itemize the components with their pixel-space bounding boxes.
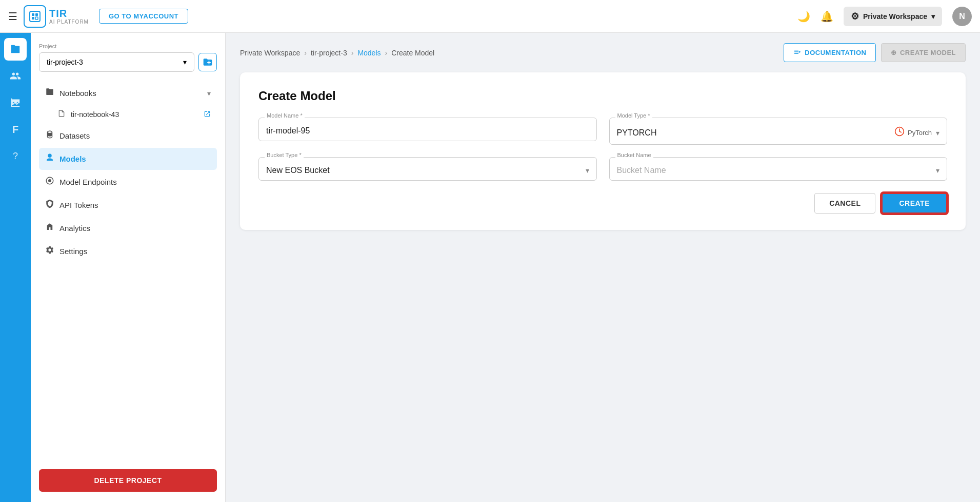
model-endpoints-icon xyxy=(45,176,54,188)
project-chevron-icon: ▾ xyxy=(183,58,187,66)
notebooks-label: Notebooks xyxy=(59,89,96,98)
sidebar-icon-users[interactable] xyxy=(4,65,27,87)
model-name-input[interactable] xyxy=(258,118,597,141)
workspace-connections-icon: ⚙ xyxy=(851,11,859,22)
breadcrumb-sep-3: › xyxy=(385,49,388,57)
documentation-icon xyxy=(793,48,802,57)
avatar[interactable]: N xyxy=(952,7,972,26)
bucket-name-chevron-icon: ▾ xyxy=(936,166,939,175)
model-name-label: Model Name * xyxy=(265,112,305,119)
notification-icon[interactable]: 🔔 xyxy=(821,10,833,23)
form-row-1: Model Name * Model Type * PYTORCH xyxy=(258,118,947,145)
breadcrumb-models[interactable]: Models xyxy=(357,49,381,57)
notebooks-icon xyxy=(45,87,54,99)
svg-rect-1 xyxy=(32,13,34,16)
content-topbar: Private Workspace › tir-project-3 › Mode… xyxy=(240,43,966,62)
model-type-field: Model Type * PYTORCH PyTorch ▾ xyxy=(609,118,948,145)
main-layout: F ? Project tir-project-3 ▾ Notebooks xyxy=(0,33,980,502)
breadcrumb-create-model: Create Model xyxy=(391,49,434,57)
svg-rect-2 xyxy=(35,13,38,16)
dark-mode-icon[interactable]: 🌙 xyxy=(797,10,810,23)
bucket-name-placeholder: Bucket Name xyxy=(617,166,936,175)
datasets-label: Datasets xyxy=(59,131,90,140)
analytics-icon xyxy=(45,222,54,234)
sidebar-item-notebooks[interactable]: Notebooks ▾ xyxy=(39,82,217,104)
pytorch-label: PyTorch xyxy=(908,129,932,137)
models-icon xyxy=(45,153,54,165)
breadcrumb-sep-2: › xyxy=(351,49,354,57)
logo-tir: TIR xyxy=(49,8,89,19)
sidebar-item-settings[interactable]: Settings xyxy=(39,240,217,262)
content-area: Private Workspace › tir-project-3 › Mode… xyxy=(226,33,980,502)
delete-project-button[interactable]: DELETE PROJECT xyxy=(39,469,217,492)
documentation-label: DOCUMENTATION xyxy=(805,49,866,56)
bucket-type-value: New EOS Bucket xyxy=(266,166,586,175)
project-value: tir-project-3 xyxy=(47,58,83,66)
sidebar-item-datasets[interactable]: Datasets xyxy=(39,125,217,147)
sidebar-item-notebook-sub[interactable]: tir-notebook-43 xyxy=(39,105,217,124)
left-panel: Project tir-project-3 ▾ Notebooks ▾ xyxy=(31,33,226,502)
sidebar-item-api-tokens[interactable]: API Tokens xyxy=(39,194,217,216)
project-label: Project xyxy=(39,43,217,49)
project-select[interactable]: tir-project-3 ▾ xyxy=(39,52,194,72)
model-type-chevron-icon: ▾ xyxy=(936,129,939,137)
sidebar-icon-analytics[interactable] xyxy=(4,91,27,114)
icon-sidebar: F ? xyxy=(0,33,31,502)
project-select-wrapper: tir-project-3 ▾ xyxy=(39,52,217,72)
bucket-type-chevron-icon: ▾ xyxy=(586,166,589,175)
model-type-select[interactable]: PYTORCH PyTorch ▾ xyxy=(609,118,948,145)
bucket-type-label: Bucket Type * xyxy=(265,152,304,158)
bucket-name-label: Bucket Name xyxy=(615,152,653,158)
header-icons: 🌙 🔔 ⚙ Private Workspace ▾ N xyxy=(797,7,972,26)
create-model-form: Create Model Model Name * Model Type * P… xyxy=(240,72,966,230)
form-title: Create Model xyxy=(258,89,947,103)
sidebar-icon-font[interactable]: F xyxy=(4,118,27,141)
cancel-button[interactable]: CANCEL xyxy=(814,193,875,214)
svg-point-6 xyxy=(48,179,51,182)
notebooks-chevron-icon: ▾ xyxy=(207,89,211,98)
sidebar-item-model-endpoints[interactable]: Model Endpoints xyxy=(39,171,217,193)
breadcrumb: Private Workspace › tir-project-3 › Mode… xyxy=(240,49,434,57)
create-button[interactable]: CREATE xyxy=(882,193,947,214)
header: ☰ TIR AI PLATFORM GO TO MYACCOUNT 🌙 🔔 ⚙ … xyxy=(0,0,980,33)
form-actions: CANCEL CREATE xyxy=(258,193,947,214)
sidebar-icon-folder[interactable] xyxy=(4,38,27,61)
nav-section: Notebooks ▾ tir-notebook-43 Datasets xyxy=(39,82,217,262)
model-type-value: PYTORCH xyxy=(617,128,895,138)
workspace-chevron-icon: ▾ xyxy=(931,12,935,21)
sidebar-item-models[interactable]: Models xyxy=(39,148,217,170)
model-type-text: PYTORCH xyxy=(617,128,657,138)
sidebar-item-analytics[interactable]: Analytics xyxy=(39,217,217,239)
create-model-label: CREATE MODEL xyxy=(900,49,956,56)
pytorch-icon xyxy=(894,126,905,139)
settings-label: Settings xyxy=(59,247,87,256)
logo-box xyxy=(24,5,46,28)
svg-rect-4 xyxy=(35,17,38,20)
workspace-label: Private Workspace xyxy=(863,12,927,21)
sidebar-icon-help[interactable]: ? xyxy=(4,145,27,167)
notebook-external-link-icon[interactable] xyxy=(204,110,211,119)
menu-icon[interactable]: ☰ xyxy=(8,10,17,23)
model-type-label: Model Type * xyxy=(615,112,652,119)
create-model-button: ⊕ CREATE MODEL xyxy=(881,43,966,62)
bucket-type-field: Bucket Type * New EOS Bucket ▾ xyxy=(258,157,597,181)
notebook-file-icon xyxy=(57,109,66,120)
logo: TIR AI PLATFORM xyxy=(24,5,89,28)
project-folder-button[interactable] xyxy=(198,53,217,71)
breadcrumb-project[interactable]: tir-project-3 xyxy=(311,49,347,57)
bucket-type-select[interactable]: New EOS Bucket ▾ xyxy=(258,157,597,181)
go-to-myaccount-button[interactable]: GO TO MYACCOUNT xyxy=(99,9,188,24)
bucket-name-select[interactable]: Bucket Name ▾ xyxy=(609,157,948,181)
form-row-2: Bucket Type * New EOS Bucket ▾ Bucket Na… xyxy=(258,157,947,181)
bucket-name-field: Bucket Name Bucket Name ▾ xyxy=(609,157,948,181)
documentation-button[interactable]: DOCUMENTATION xyxy=(784,43,876,62)
logo-sub: AI PLATFORM xyxy=(49,19,89,25)
model-name-field: Model Name * xyxy=(258,118,597,145)
model-endpoints-label: Model Endpoints xyxy=(59,178,117,186)
svg-rect-0 xyxy=(30,11,40,22)
notebook-sub-label: tir-notebook-43 xyxy=(71,110,119,119)
workspace-button[interactable]: ⚙ Private Workspace ▾ xyxy=(844,7,942,26)
settings-icon xyxy=(45,245,54,257)
breadcrumb-workspace[interactable]: Private Workspace xyxy=(240,49,300,57)
models-label: Models xyxy=(59,155,86,163)
